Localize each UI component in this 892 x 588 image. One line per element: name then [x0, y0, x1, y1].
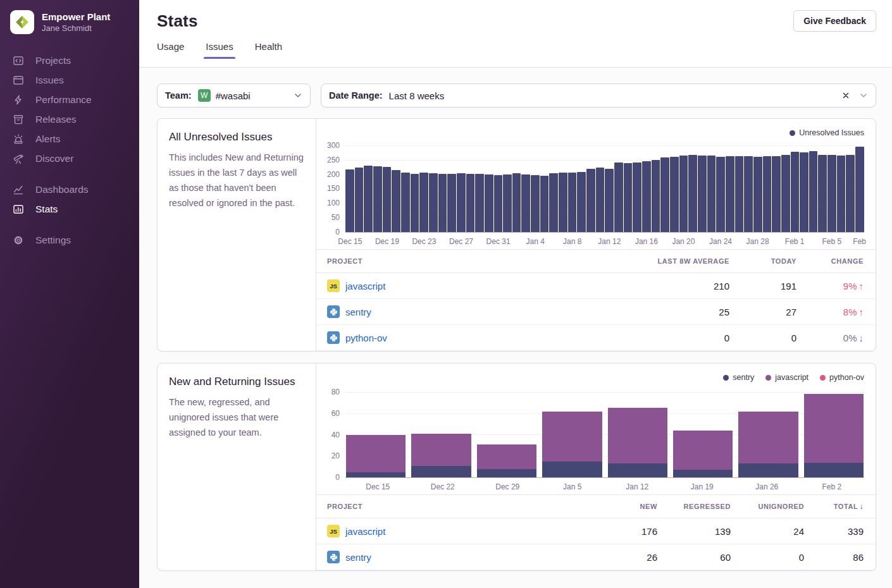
- sidebar-item-performance[interactable]: Performance: [0, 90, 139, 109]
- bar: [827, 155, 836, 232]
- y-axis: 050100150200250300: [319, 142, 345, 233]
- col-new: New: [586, 503, 657, 510]
- y-tick-label: 300: [327, 141, 340, 150]
- date-range-label: Date Range:: [329, 90, 383, 101]
- bar: [586, 169, 595, 232]
- plot-area: [345, 142, 864, 233]
- bar: [345, 169, 354, 232]
- team-select[interactable]: Team: W #wasabi: [157, 83, 311, 107]
- x-tick-label: Dec 31: [486, 237, 511, 246]
- unignored-value: 0: [731, 552, 804, 563]
- date-range-value: Last 8 weeks: [389, 90, 445, 101]
- stacked-bar: [346, 386, 406, 477]
- legend-item-unresolved[interactable]: Unresolved Issues: [790, 128, 864, 137]
- panel-heading: All Unresolved Issues: [169, 131, 304, 144]
- team-label: Team:: [165, 90, 192, 101]
- project-link[interactable]: javascript: [345, 526, 385, 537]
- sidebar-item-issues[interactable]: Issues: [0, 70, 139, 90]
- bar: [818, 155, 827, 232]
- new-value: 176: [586, 526, 657, 537]
- x-tick-label: Jan 12: [626, 482, 648, 491]
- sidebar-item-alerts[interactable]: Alerts: [0, 129, 139, 149]
- bar: [679, 156, 688, 232]
- new-returning-issues-chart[interactable]: sentry javascript python-ov 020406080: [316, 364, 876, 494]
- sidebar-item-discover[interactable]: Discover: [0, 149, 139, 168]
- python-platform-icon: [327, 331, 340, 344]
- team-value: #wasabi: [216, 90, 251, 101]
- table-row: sentry 25 27 8%↑: [316, 299, 876, 325]
- project-link[interactable]: sentry: [345, 552, 371, 563]
- unignored-value: 24: [731, 526, 804, 537]
- sidebar-nav: Projects Issues Performance Releases Ale…: [0, 48, 139, 252]
- bar-segment-javascript: [804, 394, 864, 463]
- change-arrow-icon: ↑: [859, 281, 864, 291]
- avg-value: 0: [590, 333, 729, 343]
- bar: [577, 172, 586, 232]
- legend-item-javascript[interactable]: javascript: [765, 373, 808, 382]
- sidebar-item-dashboards[interactable]: Dashboards: [0, 180, 139, 199]
- sidebar-item-label: Stats: [35, 204, 58, 215]
- bar: [652, 160, 660, 232]
- sidebar-item-settings[interactable]: Settings: [0, 230, 139, 250]
- bar: [521, 175, 530, 232]
- change-percent: 9%: [843, 281, 857, 291]
- tab-issues[interactable]: Issues: [206, 41, 233, 59]
- sidebar-item-stats[interactable]: Stats: [0, 199, 139, 219]
- clear-date-icon[interactable]: [841, 91, 850, 100]
- col-total-sort[interactable]: Total↓: [804, 502, 864, 511]
- x-tick-label: Feb 2: [822, 482, 841, 491]
- tab-bar: Usage Issues Health: [157, 31, 876, 59]
- legend-item-python-ov[interactable]: python-ov: [820, 373, 864, 382]
- regressed-value: 60: [657, 552, 731, 563]
- change-value: 0%↓: [796, 333, 864, 343]
- y-axis: 020406080: [319, 386, 345, 478]
- table-row: python-ov 0 0 0%↓: [316, 325, 876, 351]
- tab-health[interactable]: Health: [255, 41, 282, 59]
- regressed-value: 139: [657, 526, 731, 537]
- javascript-platform-icon: JS: [327, 279, 340, 292]
- bar: [633, 162, 641, 232]
- bar-segment-javascript: [411, 434, 471, 465]
- unresolved-issues-chart[interactable]: Unresolved Issues 050100150200250300 Dec…: [316, 119, 876, 249]
- sidebar: Empower Plant Jane Schmidt Projects Issu…: [0, 0, 139, 588]
- x-axis: Dec 15Dec 22Dec 29Jan 5Jan 12Jan 19Jan 2…: [345, 478, 864, 494]
- stats-bar-chart-icon: [13, 204, 24, 215]
- bar-segment-sentry: [673, 470, 733, 477]
- x-tick-label: Feb 5: [822, 237, 841, 246]
- x-tick-label: Jan 4: [526, 237, 544, 246]
- y-tick-label: 40: [331, 431, 340, 439]
- bar-segment-sentry: [346, 472, 406, 477]
- org-switcher[interactable]: Empower Plant Jane Schmidt: [0, 0, 139, 48]
- plot-area: [345, 386, 864, 478]
- bar: [605, 169, 614, 232]
- col-today: Today: [729, 257, 796, 265]
- project-link[interactable]: sentry: [345, 307, 371, 317]
- sidebar-item-projects[interactable]: Projects: [0, 51, 139, 70]
- col-unignored: Unignored: [731, 503, 804, 510]
- team-avatar: W: [198, 89, 211, 102]
- change-arrow-icon: ↑: [859, 307, 864, 317]
- sidebar-item-label: Releases: [35, 114, 77, 125]
- y-tick-label: 150: [327, 184, 340, 193]
- legend-item-sentry[interactable]: sentry: [723, 373, 754, 382]
- sidebar-item-label: Alerts: [35, 133, 61, 145]
- unresolved-issues-panel: All Unresolved Issues This includes New …: [157, 118, 876, 352]
- give-feedback-button[interactable]: Give Feedback: [793, 10, 876, 32]
- panel-body: sentry javascript python-ov 020406080: [316, 364, 876, 570]
- project-link[interactable]: python-ov: [345, 333, 387, 343]
- bar: [438, 174, 447, 232]
- sidebar-item-label: Projects: [35, 55, 71, 66]
- x-tick-label: Jan 26: [755, 482, 778, 491]
- tab-usage[interactable]: Usage: [157, 41, 184, 59]
- stacked-bar: [542, 386, 602, 477]
- sidebar-item-releases[interactable]: Releases: [0, 109, 139, 129]
- bar: [559, 173, 567, 232]
- date-range-select[interactable]: Date Range: Last 8 weeks: [321, 83, 876, 107]
- change-value: 9%↑: [796, 281, 864, 291]
- org-user: Jane Schmidt: [42, 23, 110, 34]
- project-link[interactable]: javascript: [345, 281, 385, 291]
- chevron-down-icon: [294, 91, 302, 100]
- panel-subtext: The new, regressed, and unignored issues…: [169, 395, 304, 440]
- bar: [392, 170, 400, 232]
- bar: [744, 156, 753, 232]
